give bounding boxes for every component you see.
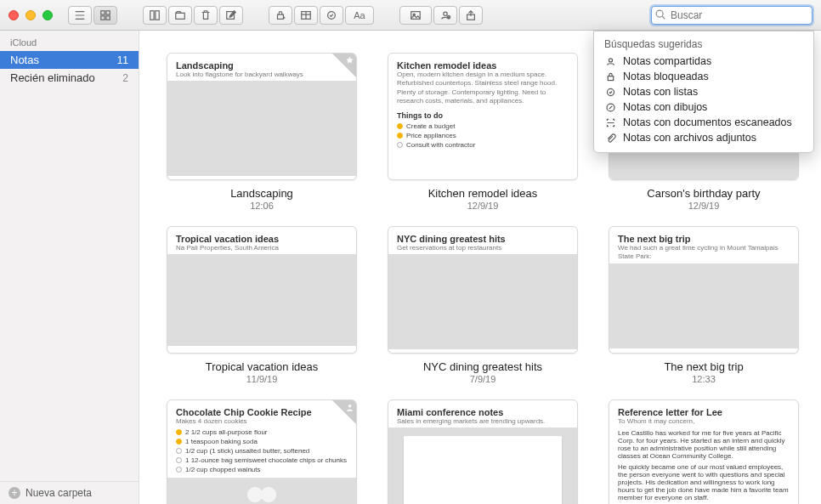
- suggestion-attachment-notes[interactable]: Notas con archivos adjuntos: [594, 130, 813, 145]
- suggestion-shared-notes[interactable]: Notas compartidas: [594, 54, 813, 69]
- check-icon: [176, 457, 182, 463]
- format-button[interactable]: Aa: [345, 6, 374, 25]
- check-icon: [397, 133, 403, 139]
- svg-rect-1: [106, 10, 110, 14]
- check-icon: [397, 142, 403, 148]
- sidebar-item-notes[interactable]: Notas 11: [0, 51, 139, 69]
- sidebar-item-recently-deleted[interactable]: Recién eliminado 2: [0, 69, 139, 87]
- note-card[interactable]: LandscapingLook into flagstone for backy…: [161, 53, 362, 211]
- svg-point-22: [348, 405, 351, 407]
- note-date: 12/9/19: [688, 201, 720, 211]
- shared-badge: [332, 400, 356, 424]
- search-input[interactable]: [651, 6, 813, 25]
- note-thumbnail: [388, 254, 577, 349]
- note-date: 12:33: [692, 374, 716, 384]
- check-icon: [176, 439, 182, 445]
- delete-button[interactable]: [194, 6, 218, 25]
- svg-rect-4: [150, 10, 154, 20]
- pin-icon: [345, 56, 354, 65]
- checklist-button[interactable]: [320, 6, 343, 25]
- table-button[interactable]: [294, 6, 318, 25]
- svg-rect-5: [156, 10, 159, 20]
- svg-rect-0: [101, 10, 105, 14]
- note-title: Tropical vacation ideas: [206, 360, 318, 373]
- suggestion-scanned-notes[interactable]: Notas con documentos escaneados: [594, 115, 813, 130]
- person-icon: [604, 55, 616, 67]
- svg-rect-3: [106, 15, 110, 19]
- note-title: Carson's birthday party: [647, 187, 760, 200]
- check-icon: [176, 448, 182, 454]
- note-title: Kitchen remodel ideas: [428, 187, 538, 200]
- grid-view-button[interactable]: [93, 6, 117, 25]
- svg-rect-6: [176, 13, 185, 19]
- note-card[interactable]: Tropical vacation ideasNa Pali Propertie…: [161, 226, 362, 384]
- note-date: 12:06: [250, 201, 274, 211]
- sidebar-item-label: Notas: [10, 54, 39, 66]
- search-suggestions-dropdown: Búsquedas sugeridas Notas compartidas No…: [593, 31, 814, 153]
- checklist-icon: [604, 86, 616, 98]
- note-card[interactable]: Reference letter for LeeTo Whom it may c…: [603, 399, 804, 504]
- new-note-button[interactable]: [219, 6, 243, 25]
- media-button[interactable]: [399, 6, 432, 25]
- pencil-icon: [604, 101, 616, 113]
- note-thumbnail: [167, 478, 356, 504]
- note-title: The next big trip: [664, 360, 743, 373]
- svg-point-18: [609, 58, 612, 61]
- note-title: NYC dining greatest hits: [423, 360, 542, 373]
- minimize-window-button[interactable]: [25, 10, 36, 20]
- note-card[interactable]: NYC dining greatest hitsGet reservations…: [382, 226, 583, 384]
- move-note-button[interactable]: [168, 6, 192, 25]
- note-thumbnail: [388, 428, 577, 504]
- note-card[interactable]: The next big tripWe had such a great tim…: [603, 226, 804, 384]
- maximize-window-button[interactable]: [42, 10, 53, 20]
- note-card[interactable]: Miami conference notesSales in emerging …: [382, 399, 583, 504]
- search-icon: [654, 8, 666, 20]
- note-thumbnail: [609, 263, 798, 348]
- svg-rect-19: [608, 76, 614, 80]
- note-thumbnail: [167, 81, 356, 176]
- sidebar-section-header: iCloud: [0, 31, 139, 51]
- plus-icon: +: [8, 487, 20, 499]
- note-date: 12/9/19: [467, 201, 499, 211]
- check-icon: [176, 429, 182, 435]
- lock-icon: [604, 71, 616, 82]
- pinned-badge: [332, 54, 356, 77]
- person-icon: [345, 403, 354, 412]
- svg-rect-8: [278, 14, 284, 19]
- suggestions-header: Búsquedas sugeridas: [594, 37, 813, 54]
- note-thumbnail: [167, 254, 356, 346]
- titlebar: Aa: [0, 0, 821, 31]
- svg-rect-11: [411, 11, 421, 19]
- suggestion-locked-notes[interactable]: Notas bloqueadas: [594, 69, 813, 84]
- note-card[interactable]: Chocolate Chip Cookie RecipeMakes 4 doze…: [161, 399, 362, 504]
- scan-icon: [604, 116, 616, 128]
- svg-line-17: [662, 16, 665, 19]
- note-title: Landscaping: [230, 187, 293, 200]
- paperclip-icon: [604, 132, 616, 144]
- collaborate-button[interactable]: [433, 6, 457, 25]
- check-icon: [176, 467, 182, 473]
- check-icon: [397, 123, 403, 129]
- sidebar-item-label: Recién eliminado: [10, 71, 95, 84]
- svg-rect-2: [101, 15, 105, 19]
- note-date: 11/9/19: [246, 374, 278, 384]
- toggle-attachments-button[interactable]: [143, 6, 167, 25]
- share-button[interactable]: [459, 6, 483, 25]
- svg-point-13: [444, 12, 447, 15]
- note-card[interactable]: Kitchen remodel ideasOpen, modern kitche…: [382, 53, 583, 211]
- list-view-button[interactable]: [68, 6, 92, 25]
- sidebar-item-count: 2: [122, 72, 128, 84]
- lock-button[interactable]: [269, 6, 292, 25]
- note-date: 7/9/19: [470, 374, 496, 384]
- svg-point-16: [656, 10, 663, 17]
- suggestion-checklist-notes[interactable]: Notas con listas: [594, 84, 813, 99]
- suggestion-drawing-notes[interactable]: Notas con dibujos: [594, 99, 813, 115]
- sidebar-item-count: 11: [117, 54, 128, 66]
- sidebar: iCloud Notas 11 Recién eliminado 2 + Nue…: [0, 31, 139, 504]
- window-controls: [8, 10, 53, 20]
- new-folder-button[interactable]: + Nueva carpeta: [0, 481, 139, 504]
- close-window-button[interactable]: [8, 10, 19, 20]
